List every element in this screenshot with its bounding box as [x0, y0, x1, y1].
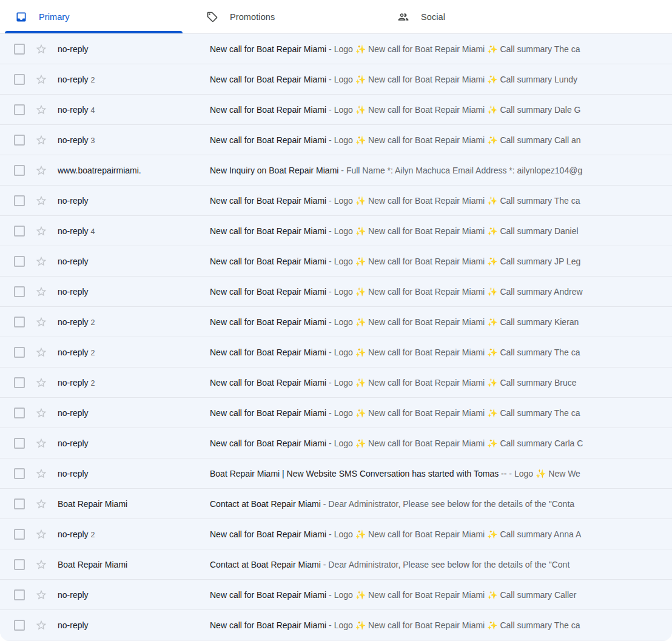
select-checkbox[interactable]	[14, 408, 25, 418]
email-snippet: Full Name *: Ailyn Machuca Email Address…	[346, 166, 582, 175]
star-outline-icon[interactable]	[35, 134, 47, 146]
star-outline-icon[interactable]	[35, 43, 47, 55]
email-row[interactable]: no-reply Boat Repair Miami | New Website…	[0, 458, 672, 489]
email-subject: New call for Boat Repair Miami	[210, 590, 326, 600]
select-checkbox[interactable]	[14, 498, 25, 509]
email-row[interactable]: www.boatrepairmiami. New Inquiry on Boat…	[0, 155, 672, 186]
select-checkbox[interactable]	[14, 438, 25, 449]
subject-snippet-separator: -	[338, 166, 346, 175]
email-row[interactable]: no-reply4 New call for Boat Repair Miami…	[0, 95, 672, 125]
select-checkbox[interactable]	[14, 529, 25, 540]
subject-snippet-separator: -	[326, 44, 334, 54]
email-subject: New call for Boat Repair Miami	[210, 620, 326, 630]
star-outline-icon[interactable]	[35, 225, 47, 237]
sender-name: no-reply	[58, 529, 89, 539]
select-checkbox[interactable]	[14, 286, 25, 297]
email-row[interactable]: no-reply2 New call for Boat Repair Miami…	[0, 337, 672, 367]
star-outline-icon[interactable]	[35, 468, 47, 480]
subject-snippet-separator: -	[326, 347, 334, 357]
select-checkbox[interactable]	[14, 620, 25, 631]
select-checkbox[interactable]	[14, 347, 25, 358]
sender-name: no-reply	[58, 317, 89, 327]
email-snippet: Logo ✨ New call for Boat Repair Miami ✨ …	[334, 287, 583, 297]
select-checkbox[interactable]	[14, 256, 25, 267]
email-row[interactable]: Boat Repair Miami Contact at Boat Repair…	[0, 549, 672, 580]
star-outline-icon[interactable]	[35, 559, 47, 571]
email-row[interactable]: no-reply4 New call for Boat Repair Miami…	[0, 216, 672, 246]
select-checkbox[interactable]	[14, 589, 25, 600]
select-checkbox[interactable]	[14, 44, 25, 55]
email-row[interactable]: Boat Repair Miami Contact at Boat Repair…	[0, 489, 672, 519]
subject-cell: New call for Boat Repair Miami - Logo ✨ …	[210, 287, 672, 297]
select-checkbox[interactable]	[14, 317, 25, 327]
star-outline-icon[interactable]	[35, 498, 47, 510]
select-checkbox[interactable]	[14, 165, 25, 176]
email-row[interactable]: no-reply2 New call for Boat Repair Miami…	[0, 307, 672, 337]
star-outline-icon[interactable]	[35, 195, 47, 207]
star-outline-icon[interactable]	[35, 589, 47, 601]
star-outline-icon[interactable]	[35, 73, 47, 86]
email-row[interactable]: no-reply New call for Boat Repair Miami …	[0, 34, 672, 64]
subject-snippet-separator: -	[326, 257, 334, 266]
email-row[interactable]: no-reply New call for Boat Repair Miami …	[0, 610, 672, 640]
email-subject: New Inquiry on Boat Repair Miami	[210, 166, 338, 175]
star-outline-icon[interactable]	[35, 407, 47, 419]
email-row[interactable]: no-reply New call for Boat Repair Miami …	[0, 398, 672, 428]
star-outline-icon[interactable]	[35, 316, 47, 328]
tab-promotions[interactable]: Promotions	[191, 0, 382, 33]
select-checkbox[interactable]	[14, 135, 25, 146]
select-checkbox[interactable]	[14, 559, 25, 570]
sender-name: no-reply	[58, 44, 89, 54]
subject-snippet-separator: -	[326, 226, 334, 236]
sender-cell: Boat Repair Miami	[58, 499, 209, 509]
email-subject: New call for Boat Repair Miami	[210, 135, 326, 145]
email-row[interactable]: no-reply2 New call for Boat Repair Miami…	[0, 367, 672, 398]
select-checkbox[interactable]	[14, 377, 25, 388]
subject-snippet-separator: -	[326, 408, 334, 418]
subject-snippet-separator: -	[326, 135, 334, 145]
sender-name: no-reply	[58, 438, 89, 448]
email-row[interactable]: no-reply New call for Boat Repair Miami …	[0, 428, 672, 458]
email-row[interactable]: no-reply New call for Boat Repair Miami …	[0, 246, 672, 277]
star-outline-icon[interactable]	[35, 104, 47, 116]
sender-cell: no-reply2	[58, 378, 209, 388]
email-row[interactable]: no-reply New call for Boat Repair Miami …	[0, 580, 672, 610]
email-snippet: Logo ✨ New call for Boat Repair Miami ✨ …	[334, 529, 582, 539]
star-outline-icon[interactable]	[35, 255, 47, 267]
select-checkbox[interactable]	[14, 468, 25, 479]
email-subject: New call for Boat Repair Miami	[210, 378, 326, 388]
subject-cell: New call for Boat Repair Miami - Logo ✨ …	[210, 590, 672, 600]
tab-social[interactable]: Social	[382, 0, 573, 33]
subject-cell: New call for Boat Repair Miami - Logo ✨ …	[210, 44, 672, 54]
email-row[interactable]: no-reply2 New call for Boat Repair Miami…	[0, 519, 672, 549]
subject-cell: New call for Boat Repair Miami - Logo ✨ …	[210, 75, 672, 84]
star-outline-icon[interactable]	[35, 286, 47, 298]
email-row[interactable]: no-reply3 New call for Boat Repair Miami…	[0, 125, 672, 155]
sender-cell: no-reply2	[58, 529, 209, 539]
sender-name: Boat Repair Miami	[58, 499, 127, 509]
select-checkbox[interactable]	[14, 74, 25, 85]
select-checkbox[interactable]	[14, 104, 25, 115]
email-row[interactable]: no-reply New call for Boat Repair Miami …	[0, 277, 672, 307]
subject-snippet-separator: -	[321, 560, 328, 569]
sender-cell: no-reply2	[58, 75, 209, 84]
sender-name: www.boatrepairmiami.	[58, 166, 141, 175]
select-checkbox[interactable]	[14, 195, 25, 206]
subject-cell: Boat Repair Miami | New Website SMS Conv…	[210, 469, 672, 478]
email-snippet: Logo ✨ New call for Boat Repair Miami ✨ …	[334, 438, 583, 448]
star-outline-icon[interactable]	[35, 619, 47, 631]
star-outline-icon[interactable]	[35, 437, 47, 449]
select-checkbox[interactable]	[14, 226, 25, 237]
star-outline-icon[interactable]	[35, 528, 47, 540]
star-outline-icon[interactable]	[35, 164, 47, 176]
sender-cell: no-reply	[58, 438, 209, 448]
tab-primary[interactable]: Primary	[0, 0, 191, 33]
sender-cell: no-reply4	[58, 226, 209, 236]
thread-count: 4	[91, 227, 95, 236]
sender-name: no-reply	[58, 378, 89, 388]
email-row[interactable]: no-reply2 New call for Boat Repair Miami…	[0, 64, 672, 95]
email-row[interactable]: no-reply New call for Boat Repair Miami …	[0, 186, 672, 216]
star-outline-icon[interactable]	[35, 377, 47, 389]
star-outline-icon[interactable]	[35, 346, 47, 358]
subject-snippet-separator: -	[326, 529, 334, 539]
